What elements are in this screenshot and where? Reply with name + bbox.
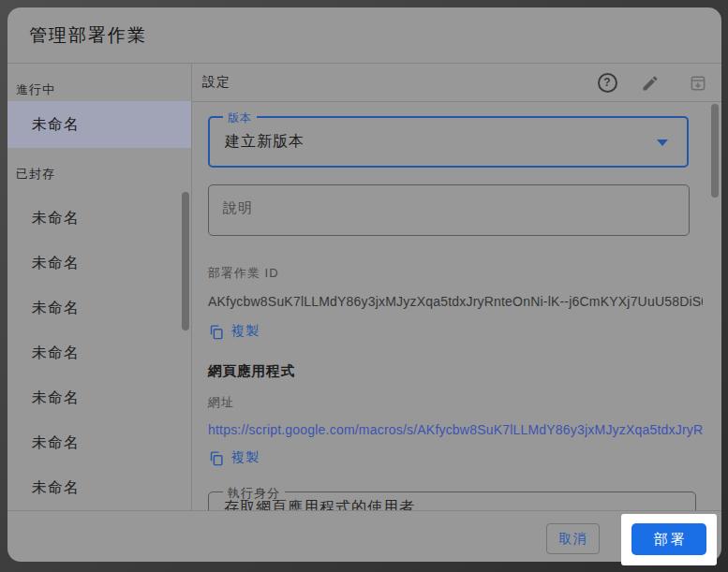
- settings-scrollbar[interactable]: [711, 104, 719, 198]
- version-select[interactable]: 版本 建立新版本: [208, 116, 689, 168]
- web-app-heading: 網頁應用程式: [208, 362, 295, 380]
- execute-as-value: 存取網頁應用程式的使用者: [224, 498, 415, 510]
- description-placeholder: 說明: [223, 199, 253, 217]
- description-input[interactable]: 說明: [208, 184, 690, 236]
- chevron-down-icon: [657, 139, 668, 146]
- sidebar-section-in-progress: 進行中: [16, 81, 55, 98]
- sidebar-item[interactable]: 未命名: [7, 286, 191, 330]
- deploy-highlight-annotation: 部署: [621, 514, 717, 565]
- sidebar-item[interactable]: 未命名: [7, 465, 191, 510]
- deployment-id-value: AKfycbw8SuK7lLLMdY86y3jxMJyzXqa5tdxJryRn…: [208, 294, 703, 309]
- help-icon[interactable]: ?: [597, 72, 617, 93]
- deployment-id-label: 部署作業 ID: [208, 265, 279, 282]
- execute-as-select[interactable]: 執行身分 存取網頁應用程式的使用者: [208, 485, 698, 510]
- sidebar-divider: [191, 63, 192, 510]
- sidebar-item[interactable]: 未命名: [7, 196, 191, 241]
- archived-deployments-list: 未命名 未命名 未命名 未命名 未命名 未命名 未命名: [7, 196, 191, 510]
- archive-icon[interactable]: [688, 73, 708, 94]
- copy-url-button[interactable]: 複製: [208, 449, 260, 466]
- cancel-button[interactable]: 取消: [546, 523, 600, 554]
- copy-icon: [208, 324, 224, 340]
- sidebar-scrollbar[interactable]: [182, 192, 189, 330]
- sidebar-item[interactable]: 未命名: [7, 420, 191, 465]
- sidebar-item-selected[interactable]: 未命名: [7, 101, 191, 148]
- sidebar-item[interactable]: 未命名: [7, 241, 191, 286]
- manage-deployments-dialog: 管理部署作業 進行中 未命名 已封存 未命名 未命名 未命名 未命名 未命名 未…: [7, 7, 721, 562]
- settings-panel-title: 設定: [202, 74, 230, 91]
- sidebar-item[interactable]: 未命名: [7, 375, 191, 420]
- sidebar-item-label: 未命名: [32, 115, 80, 135]
- copy-deployment-id-button[interactable]: 複製: [208, 323, 260, 340]
- url-label: 網址: [208, 394, 234, 411]
- dialog-footer: 取消: [7, 510, 721, 562]
- screen-backdrop: 管理部署作業 進行中 未命名 已封存 未命名 未命名 未命名 未命名 未命名 未…: [0, 0, 728, 572]
- sidebar-item[interactable]: 未命名: [7, 330, 191, 375]
- title-divider: [7, 63, 721, 64]
- footer-divider: [7, 510, 721, 511]
- dialog-title: 管理部署作業: [29, 7, 147, 63]
- edit-pencil-icon[interactable]: [640, 73, 661, 94]
- sidebar-section-archived: 已封存: [16, 166, 55, 183]
- copy-icon: [208, 450, 224, 466]
- web-app-url-link[interactable]: https://script.google.com/macros/s/AKfyc…: [208, 422, 703, 437]
- deploy-button[interactable]: 部署: [631, 523, 706, 555]
- version-selected-value: 建立新版本: [225, 118, 305, 166]
